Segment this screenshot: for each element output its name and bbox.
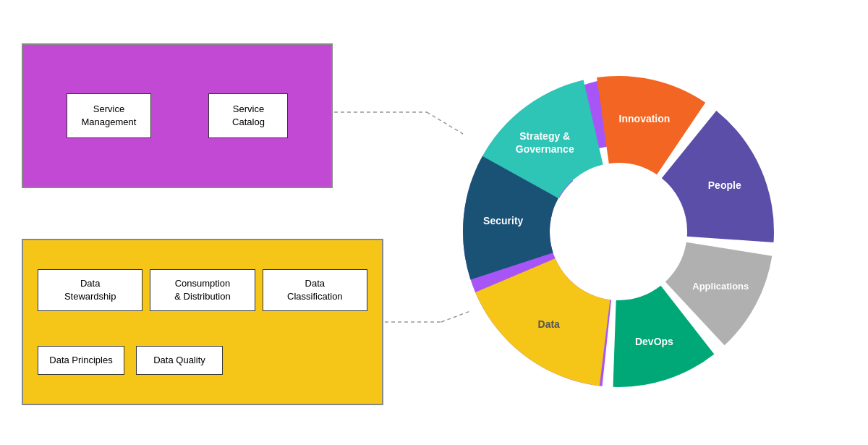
capability-card-consumption-distribution: Consumption& Distribution xyxy=(150,269,255,311)
donut-chart-svg-container: OperationsStrategy &GovernanceInnovation… xyxy=(401,33,835,423)
capability-card-service-catalog: ServiceCatalog xyxy=(208,93,288,138)
donut-svg-main: OperationsStrategy &GovernanceInnovation… xyxy=(401,33,835,423)
segment-label-data: Data xyxy=(538,318,561,330)
donut-center xyxy=(550,164,686,300)
segment-label-security: Security xyxy=(483,215,523,226)
purple-box: ServiceManagement ServiceCatalog xyxy=(22,43,333,188)
segment-label-applications: Applications xyxy=(692,281,749,292)
capability-card-data-classification: DataClassification xyxy=(263,269,367,311)
capability-card-data-stewardship: DataStewardship xyxy=(38,269,142,311)
capability-card-data-principles: Data Principles xyxy=(38,346,124,375)
segment-label-people: People xyxy=(708,179,741,191)
capability-card-data-quality: Data Quality xyxy=(136,346,223,375)
yellow-box: DataStewardship Consumption& Distributio… xyxy=(22,239,383,405)
segment-label-innovation: Innovation xyxy=(619,113,671,124)
capability-card-service-management: ServiceManagement xyxy=(67,93,152,138)
segment-label-devops: DevOps xyxy=(635,336,673,347)
